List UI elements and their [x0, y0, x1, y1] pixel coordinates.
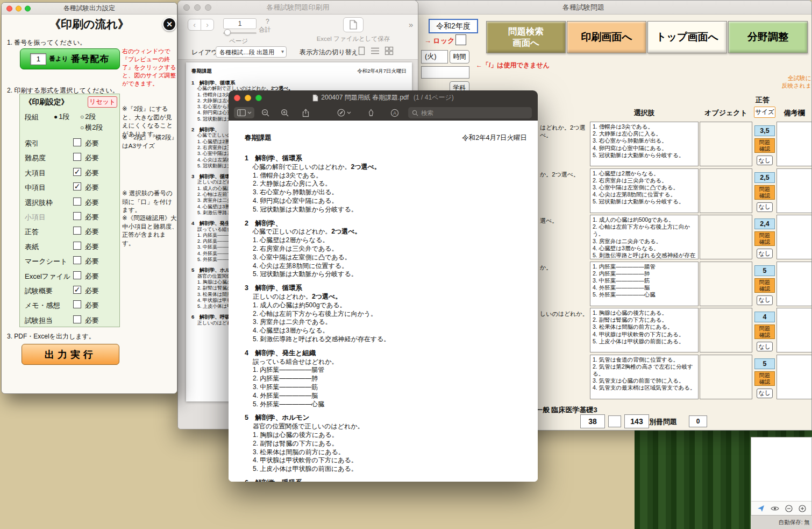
minimize-button[interactable]: [194, 4, 201, 11]
choices-cell[interactable]: 1. 僧帽弁は3尖である。2. 大静脈は左心房に入る。3. 右心室から肺動脈が出…: [590, 122, 699, 166]
view-list-icon[interactable]: [371, 46, 380, 55]
choices-cell[interactable]: 1. 内胚葉―――――腸管2. 内胚葉―――――肺3. 中胚葉―――――筋4. …: [590, 262, 699, 306]
answer-badge[interactable]: 5: [754, 265, 775, 276]
question-confirm-button[interactable]: 問題 確認: [754, 185, 775, 200]
window-titlebar[interactable]: 200407 問題用紙 春期課題.pdf (1 / 41ページ): [229, 90, 538, 105]
text-field[interactable]: [421, 66, 469, 79]
answer-badge[interactable]: 5: [754, 358, 775, 369]
instant-alpha-button[interactable]: A: [388, 107, 402, 118]
zoom-in-button[interactable]: [278, 107, 292, 118]
lock-checkbox[interactable]: [455, 34, 466, 45]
count-field-2[interactable]: [608, 415, 621, 427]
none-button[interactable]: なし: [757, 202, 773, 212]
option-checkbox[interactable]: ✓: [73, 286, 81, 294]
excel-save-button[interactable]: [343, 17, 364, 32]
minimize-button[interactable]: [16, 5, 22, 11]
option-checkbox[interactable]: [73, 271, 81, 279]
view-grid-icon[interactable]: [384, 46, 394, 55]
share-button[interactable]: [298, 107, 312, 118]
radio-option-1[interactable]: ●1段: [54, 112, 69, 122]
year-field[interactable]: 令和2年度: [429, 19, 478, 33]
print-screen-button[interactable]: 印刷画面へ: [567, 21, 646, 53]
count-field-1[interactable]: 38: [580, 414, 605, 428]
field-adjust-button[interactable]: 分野調整: [728, 21, 808, 53]
close-button[interactable]: [6, 5, 12, 11]
close-button[interactable]: [183, 4, 190, 11]
option-checkbox[interactable]: [73, 256, 81, 264]
question-confirm-button[interactable]: 問題 確認: [754, 325, 775, 339]
view-single-icon[interactable]: [358, 46, 366, 55]
remarks-cell[interactable]: [777, 308, 812, 352]
top-screen-button[interactable]: トップ画面へ: [647, 21, 727, 53]
zoom-out-icon[interactable]: [785, 505, 793, 512]
layout-select[interactable]: 各種模試…段 出題用 ▾: [216, 46, 287, 58]
answer-badge[interactable]: 2,5: [754, 172, 775, 183]
page-slider-knob[interactable]: [224, 29, 231, 36]
window-titlebar[interactable]: 各種試験問題: [355, 1, 811, 15]
search-field[interactable]: [408, 107, 532, 118]
close-button[interactable]: [234, 95, 240, 101]
answer-badge[interactable]: 2,4: [754, 218, 775, 229]
markup-button[interactable]: [334, 107, 354, 118]
start-number-field[interactable]: 1: [30, 53, 46, 65]
option-checkbox[interactable]: [73, 153, 81, 161]
close-icon[interactable]: ✕: [162, 17, 176, 31]
forward-icon[interactable]: ›: [201, 19, 214, 31]
object-cell[interactable]: [700, 215, 752, 259]
answer-badge[interactable]: 3,5: [754, 125, 775, 136]
option-checkbox[interactable]: [73, 198, 81, 206]
zoom-out-button[interactable]: [259, 107, 273, 118]
option-checkbox[interactable]: [73, 212, 81, 220]
option-checkbox[interactable]: [73, 315, 81, 323]
eye-icon[interactable]: [771, 506, 779, 511]
object-cell[interactable]: [700, 122, 752, 166]
window-titlebar[interactable]: 各種試験問題印刷用: [178, 1, 418, 15]
zoom-button[interactable]: [255, 95, 262, 101]
none-button[interactable]: なし: [757, 389, 773, 398]
toolbar-overflow-icon[interactable]: »: [409, 20, 413, 29]
number-distribute-button[interactable]: 1 番より 番号配布: [20, 48, 120, 69]
zoom-button[interactable]: [25, 5, 31, 11]
count-field-3[interactable]: 143: [624, 414, 649, 428]
size-button[interactable]: サイズ: [754, 107, 775, 118]
object-cell[interactable]: [700, 308, 752, 352]
question-confirm-button[interactable]: 問題 確認: [754, 371, 775, 386]
option-checkbox[interactable]: [73, 242, 81, 250]
none-button[interactable]: なし: [757, 295, 773, 305]
sidebar-toggle-button[interactable]: [234, 107, 254, 118]
choices-cell[interactable]: 1. 心臓壁は2層からなる。2. 右房室弁は三尖弁である。3. 心室中隔は左室側…: [590, 168, 699, 213]
send-icon[interactable]: [757, 505, 765, 512]
none-button[interactable]: なし: [757, 249, 773, 258]
search-screen-button[interactable]: 問題検索 画面へ: [486, 21, 566, 53]
remarks-cell[interactable]: [777, 168, 812, 213]
question-confirm-button[interactable]: 問題 確認: [754, 138, 775, 153]
choices-cell[interactable]: 1. 成人の心臓は約500gである。2. 心軸は左前下方から右後上方に向かう。3…: [590, 215, 699, 259]
none-button[interactable]: なし: [757, 342, 773, 351]
zoom-in-icon[interactable]: [799, 505, 806, 512]
remarks-cell[interactable]: [777, 215, 812, 259]
radio-option-2[interactable]: ○2段: [80, 112, 96, 122]
question-confirm-button[interactable]: 問題 確認: [754, 231, 775, 246]
booklet-count-field[interactable]: 0: [689, 415, 707, 427]
window-titlebar[interactable]: 各種試験出力設定: [2, 3, 177, 15]
option-checkbox[interactable]: [73, 138, 81, 146]
remarks-cell[interactable]: [777, 122, 812, 166]
minimize-button[interactable]: [245, 95, 251, 101]
option-checkbox[interactable]: ✓: [73, 182, 81, 191]
zoom-button[interactable]: [205, 4, 211, 11]
radio-option-3[interactable]: ○横2段: [80, 123, 103, 132]
option-checkbox[interactable]: [73, 300, 81, 308]
pdf-page[interactable]: 春期課題 令和2年4月7日火曜日 1 解剖学、循環系心臓の解剖で正しいのはどれか…: [229, 121, 538, 482]
highlighter-button[interactable]: [364, 107, 378, 118]
choices-cell[interactable]: 1. 気管は食道の背側に位置する。2. 気管は第2胸椎の高さで左右に分岐する。3…: [590, 355, 699, 399]
search-input[interactable]: [421, 110, 518, 116]
answer-badge[interactable]: 4: [754, 312, 775, 322]
back-icon[interactable]: ‹: [188, 19, 201, 31]
remarks-cell[interactable]: [777, 262, 812, 306]
object-cell[interactable]: [700, 355, 752, 399]
page-number-input[interactable]: [223, 18, 257, 29]
execute-output-button[interactable]: 出力実行: [22, 344, 119, 365]
option-checkbox[interactable]: ✓: [73, 168, 81, 176]
weekday-field[interactable]: (火): [421, 50, 448, 64]
choices-cell[interactable]: 1. 胸腺は心臓の後方にある。2. 副腎は腎臓の下方にある。3. 松果体は間脳の…: [590, 308, 699, 352]
